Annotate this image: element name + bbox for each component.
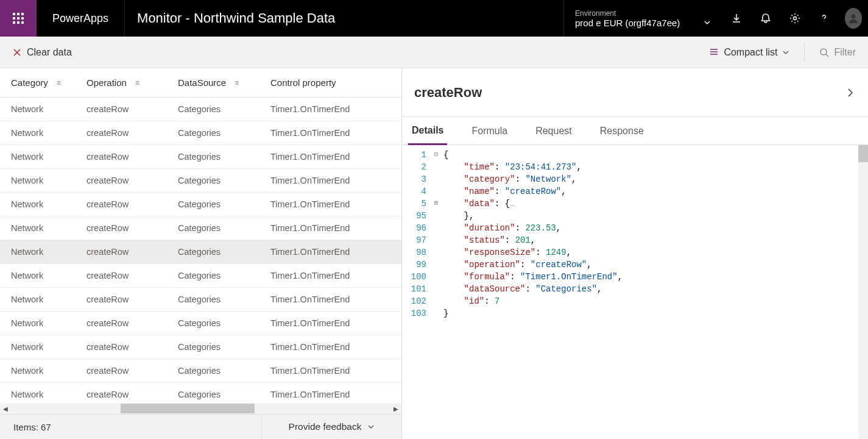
settings-button[interactable] xyxy=(780,0,810,37)
cell-datasource: Categories xyxy=(178,294,270,304)
grid-body[interactable]: NetworkcreateRowCategoriesTimer1.OnTimer… xyxy=(0,98,401,403)
scroll-thumb[interactable] xyxy=(121,404,255,413)
cell-operation: createRow xyxy=(86,366,178,376)
line-number: 3 xyxy=(402,173,431,185)
separator xyxy=(804,43,805,62)
cell-control-property: Timer1.OnTimerEnd xyxy=(270,247,401,257)
fold-toggle[interactable]: ⊞ xyxy=(431,198,441,210)
table-row[interactable]: NetworkcreateRowCategoriesTimer1.OnTimer… xyxy=(0,145,401,169)
cell-category: Network xyxy=(11,176,86,185)
environment-picker[interactable]: Environment prod e EUR (orgff47a7ee) xyxy=(563,0,722,37)
line-number: 98 xyxy=(402,246,431,259)
help-button[interactable] xyxy=(810,0,839,37)
col-menu-icon[interactable]: ≡ xyxy=(53,79,65,87)
code-line: 99 "operation": "createRow", xyxy=(402,259,868,271)
clear-data-label: Clear data xyxy=(27,47,72,58)
compact-list-button[interactable]: Compact list xyxy=(704,43,794,62)
person-icon xyxy=(847,12,859,24)
code-content: "formula": "Timer1.OnTimerEnd", xyxy=(441,271,623,283)
environment-name: prod e EUR (orgff47a7ee) xyxy=(575,18,680,28)
table-row[interactable]: NetworkcreateRowCategoriesTimer1.OnTimer… xyxy=(0,288,401,312)
svg-rect-2 xyxy=(21,13,24,15)
code-line: 5⊞ "data": {… xyxy=(402,198,868,210)
col-menu-icon[interactable]: ≡ xyxy=(231,79,242,87)
scroll-track[interactable] xyxy=(11,404,390,413)
cell-datasource: Categories xyxy=(178,366,270,376)
filter-label: Filter xyxy=(834,47,856,58)
code-line: 2 "time": "23:54:41.273", xyxy=(402,161,868,173)
code-line: 103} xyxy=(402,307,868,319)
download-button[interactable] xyxy=(722,0,751,37)
event-grid: Category≡ Operation≡ DataSource≡ Control… xyxy=(0,68,402,439)
cell-control-property: Timer1.OnTimerEnd xyxy=(270,104,401,114)
table-row[interactable]: NetworkcreateRowCategoriesTimer1.OnTimer… xyxy=(0,98,401,121)
status-bar: Items: 67 Provide feedback xyxy=(0,414,401,439)
expand-detail-button[interactable] xyxy=(845,87,856,98)
fold-toggle xyxy=(431,185,441,198)
cell-datasource: Categories xyxy=(178,318,270,328)
line-number: 2 xyxy=(402,161,431,173)
code-line: 102 "id": 7 xyxy=(402,295,868,307)
json-viewer[interactable]: 1⊟{2 "time": "23:54:41.273",3 "category"… xyxy=(402,145,868,439)
cell-category: Network xyxy=(11,199,86,209)
cell-operation: createRow xyxy=(86,199,178,209)
cell-category: Network xyxy=(11,294,86,304)
col-operation[interactable]: Operation xyxy=(86,77,127,88)
fold-toggle xyxy=(431,222,441,234)
table-row[interactable]: NetworkcreateRowCategoriesTimer1.OnTimer… xyxy=(0,359,401,383)
code-content: "status": 201, xyxy=(441,234,535,246)
cell-operation: createRow xyxy=(86,176,178,185)
tab-details[interactable]: Details xyxy=(408,118,447,145)
cell-control-property: Timer1.OnTimerEnd xyxy=(270,176,401,185)
table-row[interactable]: NetworkcreateRowCategoriesTimer1.OnTimer… xyxy=(0,264,401,288)
cell-datasource: Categories xyxy=(178,152,270,162)
scroll-thumb[interactable] xyxy=(858,145,868,162)
clear-data-button[interactable]: Clear data xyxy=(7,43,77,62)
fold-toggle xyxy=(431,234,441,246)
table-row[interactable]: NetworkcreateRowCategoriesTimer1.OnTimer… xyxy=(0,216,401,240)
col-category[interactable]: Category xyxy=(11,77,48,88)
cell-category: Network xyxy=(11,223,86,233)
table-row[interactable]: NetworkcreateRowCategoriesTimer1.OnTimer… xyxy=(0,169,401,193)
cell-operation: createRow xyxy=(86,294,178,304)
line-number: 101 xyxy=(402,283,431,295)
cell-datasource: Categories xyxy=(178,342,270,352)
notifications-button[interactable] xyxy=(751,0,780,37)
vertical-scrollbar[interactable] xyxy=(858,145,868,439)
brand-name[interactable]: PowerApps xyxy=(37,12,124,25)
cell-datasource: Categories xyxy=(178,176,270,185)
horizontal-scrollbar[interactable]: ◀ ▶ xyxy=(0,403,401,414)
waffle-menu[interactable] xyxy=(0,0,37,37)
account-button[interactable] xyxy=(839,0,868,37)
table-row[interactable]: NetworkcreateRowCategoriesTimer1.OnTimer… xyxy=(0,383,401,403)
svg-rect-4 xyxy=(17,17,19,20)
line-number: 100 xyxy=(402,271,431,283)
table-row[interactable]: NetworkcreateRowCategoriesTimer1.OnTimer… xyxy=(0,240,401,264)
tab-request[interactable]: Request xyxy=(532,117,576,145)
tab-formula[interactable]: Formula xyxy=(468,117,511,145)
provide-feedback-button[interactable]: Provide feedback xyxy=(261,415,401,439)
cell-control-property: Timer1.OnTimerEnd xyxy=(270,318,401,328)
col-menu-icon[interactable]: ≡ xyxy=(132,79,143,87)
table-row[interactable]: NetworkcreateRowCategoriesTimer1.OnTimer… xyxy=(0,335,401,359)
page-title: Monitor - Northwind Sample Data xyxy=(124,0,347,37)
filter-button[interactable]: Filter xyxy=(814,43,861,62)
download-icon xyxy=(731,13,742,24)
col-control-property[interactable]: Control property xyxy=(270,77,336,88)
compact-list-label: Compact list xyxy=(724,47,777,58)
col-datasource[interactable]: DataSource xyxy=(178,77,226,88)
fold-toggle[interactable]: ⊟ xyxy=(431,149,441,161)
svg-rect-8 xyxy=(21,21,24,24)
table-row[interactable]: NetworkcreateRowCategoriesTimer1.OnTimer… xyxy=(0,193,401,216)
table-row[interactable]: NetworkcreateRowCategoriesTimer1.OnTimer… xyxy=(0,121,401,145)
waffle-icon xyxy=(13,13,24,24)
items-count: Items: 67 xyxy=(0,422,51,432)
table-row[interactable]: NetworkcreateRowCategoriesTimer1.OnTimer… xyxy=(0,312,401,335)
scroll-left-arrow[interactable]: ◀ xyxy=(0,405,11,412)
scroll-right-arrow[interactable]: ▶ xyxy=(390,405,401,412)
line-number: 103 xyxy=(402,307,431,319)
cell-category: Network xyxy=(11,128,86,138)
cell-operation: createRow xyxy=(86,247,178,257)
fold-toggle xyxy=(431,307,441,319)
tab-response[interactable]: Response xyxy=(596,117,647,145)
